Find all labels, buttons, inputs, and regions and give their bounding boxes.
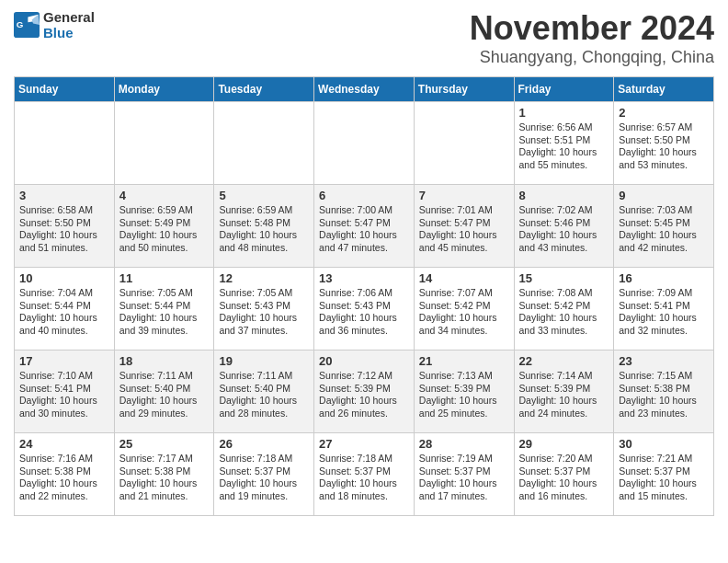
logo-icon: G (14, 12, 40, 38)
day-info: Daylight: 10 hours and 34 minutes. (419, 312, 509, 337)
day-info: Sunrise: 7:05 AM (219, 287, 309, 300)
day-info: Sunset: 5:49 PM (119, 217, 210, 230)
day-header-saturday: Saturday (614, 77, 714, 102)
day-info: Sunrise: 7:07 AM (419, 287, 509, 300)
day-number: 2 (619, 106, 709, 120)
day-info: Sunrise: 7:05 AM (119, 287, 210, 300)
day-number: 6 (319, 189, 409, 202)
day-number: 3 (19, 189, 109, 202)
calendar-table: SundayMondayTuesdayWednesdayThursdayFrid… (14, 76, 714, 516)
day-headers-row: SundayMondayTuesdayWednesdayThursdayFrid… (15, 77, 714, 102)
day-info: Daylight: 10 hours and 21 minutes. (119, 477, 210, 502)
day-info: Sunrise: 7:10 AM (19, 370, 109, 383)
day-number: 11 (119, 271, 210, 285)
day-info: Sunset: 5:37 PM (219, 465, 309, 478)
day-info: Daylight: 10 hours and 24 minutes. (519, 395, 609, 419)
day-info: Sunrise: 7:18 AM (319, 453, 409, 465)
day-number: 20 (319, 354, 409, 368)
calendar-cell: 10Sunrise: 7:04 AMSunset: 5:44 PMDayligh… (15, 268, 115, 350)
day-number: 30 (619, 437, 709, 451)
calendar-cell: 1Sunrise: 6:56 AMSunset: 5:51 PMDaylight… (514, 102, 614, 185)
calendar-cell: 26Sunrise: 7:18 AMSunset: 5:37 PMDayligh… (214, 433, 314, 516)
day-header-monday: Monday (114, 77, 214, 102)
day-info: Daylight: 10 hours and 55 minutes. (519, 146, 609, 171)
day-info: Sunrise: 7:19 AM (419, 453, 509, 465)
day-info: Sunset: 5:46 PM (519, 217, 609, 230)
day-info: Sunrise: 6:58 AM (19, 204, 109, 217)
calendar-cell: 29Sunrise: 7:20 AMSunset: 5:37 PMDayligh… (514, 433, 614, 516)
calendar-cell: 9Sunrise: 7:03 AMSunset: 5:45 PMDaylight… (614, 185, 714, 268)
calendar-cell (114, 102, 214, 185)
calendar-cell: 15Sunrise: 7:08 AMSunset: 5:42 PMDayligh… (514, 268, 614, 350)
day-number: 21 (419, 354, 509, 368)
calendar-cell: 14Sunrise: 7:07 AMSunset: 5:42 PMDayligh… (414, 268, 514, 350)
day-info: Daylight: 10 hours and 45 minutes. (419, 229, 509, 254)
day-info: Sunrise: 7:02 AM (519, 204, 609, 217)
calendar-cell: 2Sunrise: 6:57 AMSunset: 5:50 PMDaylight… (614, 102, 714, 185)
calendar-cell: 25Sunrise: 7:17 AMSunset: 5:38 PMDayligh… (114, 433, 214, 516)
day-info: Sunrise: 7:08 AM (519, 287, 609, 300)
day-info: Daylight: 10 hours and 19 minutes. (219, 477, 309, 502)
day-info: Sunrise: 7:18 AM (219, 453, 309, 465)
day-info: Sunset: 5:45 PM (619, 217, 709, 230)
day-number: 4 (119, 189, 210, 202)
calendar-cell: 5Sunrise: 6:59 AMSunset: 5:48 PMDaylight… (214, 185, 314, 268)
day-info: Sunrise: 7:14 AM (519, 370, 609, 383)
day-number: 14 (419, 271, 509, 285)
day-header-sunday: Sunday (15, 77, 115, 102)
day-number: 24 (19, 437, 109, 451)
day-info: Sunrise: 7:13 AM (419, 370, 509, 383)
calendar-cell: 19Sunrise: 7:11 AMSunset: 5:40 PMDayligh… (214, 350, 314, 433)
calendar-cell: 20Sunrise: 7:12 AMSunset: 5:39 PMDayligh… (314, 350, 415, 433)
calendar-cell (314, 102, 415, 185)
day-info: Sunset: 5:44 PM (119, 300, 210, 313)
day-info: Sunset: 5:47 PM (419, 217, 509, 230)
day-info: Sunrise: 7:04 AM (19, 287, 109, 300)
calendar-cell: 22Sunrise: 7:14 AMSunset: 5:39 PMDayligh… (514, 350, 614, 433)
day-info: Sunset: 5:37 PM (519, 465, 609, 478)
svg-text:G: G (17, 19, 24, 29)
day-info: Daylight: 10 hours and 42 minutes. (619, 229, 709, 254)
calendar-week-row: 3Sunrise: 6:58 AMSunset: 5:50 PMDaylight… (15, 185, 714, 268)
day-info: Sunrise: 7:01 AM (419, 204, 509, 217)
day-number: 15 (519, 271, 609, 285)
day-info: Sunset: 5:50 PM (619, 134, 709, 147)
day-info: Sunset: 5:43 PM (219, 300, 309, 313)
day-info: Sunrise: 7:12 AM (319, 370, 409, 383)
day-info: Daylight: 10 hours and 22 minutes. (19, 477, 109, 502)
day-info: Sunset: 5:41 PM (19, 383, 109, 396)
day-info: Daylight: 10 hours and 39 minutes. (119, 312, 210, 337)
day-info: Sunrise: 7:03 AM (619, 204, 709, 217)
day-info: Sunrise: 6:56 AM (519, 121, 609, 134)
calendar-cell: 4Sunrise: 6:59 AMSunset: 5:49 PMDaylight… (114, 185, 214, 268)
day-info: Daylight: 10 hours and 50 minutes. (119, 229, 210, 254)
calendar-cell: 28Sunrise: 7:19 AMSunset: 5:37 PMDayligh… (414, 433, 514, 516)
day-info: Sunset: 5:39 PM (419, 383, 509, 396)
day-info: Daylight: 10 hours and 32 minutes. (619, 312, 709, 337)
day-info: Sunset: 5:48 PM (219, 217, 309, 230)
day-number: 26 (219, 437, 309, 451)
day-info: Daylight: 10 hours and 17 minutes. (419, 477, 509, 502)
calendar-cell: 6Sunrise: 7:00 AMSunset: 5:47 PMDaylight… (314, 185, 415, 268)
logo-text: General Blue (43, 9, 95, 40)
day-info: Sunset: 5:38 PM (619, 383, 709, 396)
day-number: 12 (219, 271, 309, 285)
calendar-cell: 24Sunrise: 7:16 AMSunset: 5:38 PMDayligh… (15, 433, 115, 516)
calendar-cell: 13Sunrise: 7:06 AMSunset: 5:43 PMDayligh… (314, 268, 415, 350)
day-number: 9 (619, 189, 709, 202)
day-info: Sunset: 5:37 PM (319, 465, 409, 478)
calendar-week-row: 10Sunrise: 7:04 AMSunset: 5:44 PMDayligh… (15, 268, 714, 350)
day-number: 22 (519, 354, 609, 368)
day-info: Sunrise: 7:16 AM (19, 453, 109, 465)
day-number: 13 (319, 271, 409, 285)
day-info: Sunrise: 7:00 AM (319, 204, 409, 217)
day-info: Daylight: 10 hours and 48 minutes. (219, 229, 309, 254)
day-info: Daylight: 10 hours and 40 minutes. (19, 312, 109, 337)
day-number: 16 (619, 271, 709, 285)
day-info: Daylight: 10 hours and 53 minutes. (619, 146, 709, 171)
day-number: 19 (219, 354, 309, 368)
calendar-cell (214, 102, 314, 185)
day-info: Sunset: 5:39 PM (319, 383, 409, 396)
day-info: Sunset: 5:44 PM (19, 300, 109, 313)
day-info: Sunset: 5:51 PM (519, 134, 609, 147)
